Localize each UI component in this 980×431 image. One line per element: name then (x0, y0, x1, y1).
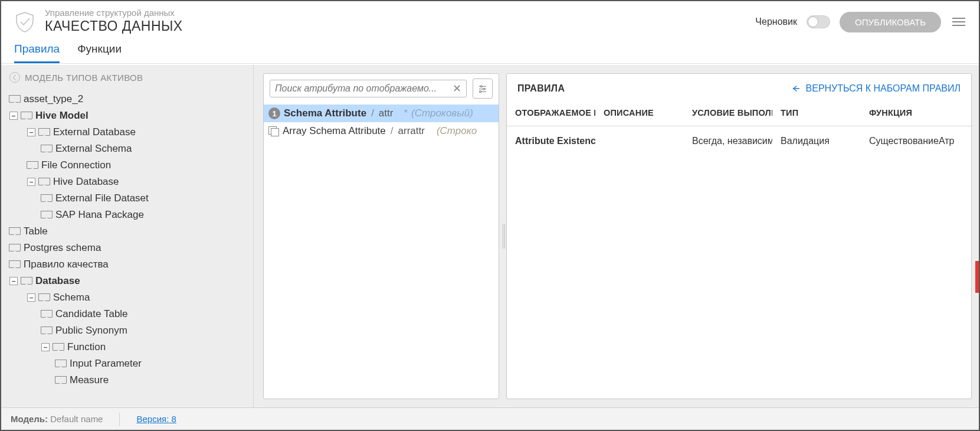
panel-splitter[interactable] (499, 73, 506, 399)
cell-display-name: Attribute Existence (507, 126, 595, 156)
tab-rules[interactable]: Правила (14, 43, 60, 63)
attribute-type: (Строковый) (411, 107, 473, 119)
book-icon (27, 161, 38, 169)
attribute-name: Schema Attribute (284, 107, 366, 119)
error-indicator[interactable] (975, 261, 979, 293)
tree-candidate-table[interactable]: Candidate Table (7, 306, 250, 322)
tree-function[interactable]: Function (7, 339, 250, 355)
tree-sap-hana-package[interactable]: SAP Hana Package (7, 207, 250, 223)
status-bar: Модель: Default name Версия: 8 (1, 407, 979, 430)
publish-button[interactable]: ОПУБЛИКОВАТЬ (840, 12, 941, 32)
main-area: МОДЕЛЬ ТИПОВ АКТИВОВ asset_type_2 Hive M… (1, 65, 979, 407)
book-icon (41, 194, 52, 203)
tree-measure[interactable]: Measure (7, 372, 250, 388)
book-icon (39, 293, 50, 302)
svg-point-3 (483, 88, 485, 90)
app-header: Управление структурой данных КАЧЕСТВО ДА… (1, 1, 979, 37)
attribute-item-array-schema[interactable]: Array Schema Attribute / arrattr (Строко (264, 122, 499, 140)
draft-toggle[interactable] (807, 15, 830, 28)
breadcrumb-subtitle: Управление структурой данных (45, 8, 183, 18)
attribute-code: arrattr (398, 125, 425, 137)
tree-public-synonym[interactable]: Public Synonym (7, 322, 250, 339)
rules-table: ОТОБРАЖАЕМОЕ ИМ ОПИСАНИЕ УСЛОВИЕ ВЫПОЛНЕ… (507, 102, 971, 156)
book-icon (9, 227, 20, 236)
col-type[interactable]: ТИП (772, 102, 861, 126)
collapse-icon[interactable] (27, 128, 35, 136)
attribute-list: 1 Schema Attribute / attr * (Строковый) … (264, 105, 499, 399)
model-label: Модель: (11, 414, 48, 424)
cell-description (595, 126, 684, 156)
cell-type: Валидация (772, 126, 861, 156)
collapse-icon[interactable] (41, 343, 50, 351)
rules-table-row[interactable]: Attribute Existence Всегда, независим Ва… (507, 126, 971, 156)
stack-icon (268, 126, 279, 136)
tree-external-file-dataset[interactable]: External File Dataset (7, 190, 250, 207)
tree-panel-header[interactable]: МОДЕЛЬ ТИПОВ АКТИВОВ (1, 65, 253, 90)
book-icon (41, 145, 52, 153)
book-icon (53, 343, 64, 351)
attribute-name: Array Schema Attribute (283, 125, 386, 137)
svg-point-1 (480, 86, 482, 87)
attribute-type: (Строко (437, 125, 477, 137)
collapse-icon[interactable] (9, 277, 18, 285)
col-function[interactable]: ФУНКЦИЯ (861, 102, 971, 126)
menu-icon[interactable] (950, 14, 967, 30)
draft-label: Черновик (755, 17, 797, 27)
right-area: ✕ 1 Schema Attribute / attr (254, 65, 979, 407)
attribute-search-box[interactable]: ✕ (270, 80, 467, 97)
tree-asset-type-2[interactable]: asset_type_2 (7, 91, 250, 107)
attribute-item-schema[interactable]: 1 Schema Attribute / attr * (Строковый) (264, 105, 499, 122)
tree-quality-rule[interactable]: Правило качества (7, 256, 250, 273)
collapse-icon[interactable] (27, 178, 35, 186)
attribute-panel: ✕ 1 Schema Attribute / attr (263, 73, 499, 399)
model-value: Default name (50, 414, 103, 424)
cell-function: СуществованиеАтр (861, 126, 971, 156)
tree-postgres-schema[interactable]: Postgres schema (7, 240, 250, 256)
book-icon (55, 360, 66, 368)
asset-type-tree-panel: МОДЕЛЬ ТИПОВ АКТИВОВ asset_type_2 Hive M… (1, 65, 254, 407)
tree-input-parameter[interactable]: Input Parameter (7, 355, 250, 372)
attribute-search-input[interactable] (275, 83, 453, 94)
required-star: * (404, 107, 408, 119)
tree-panel-heading: МОДЕЛЬ ТИПОВ АКТИВОВ (25, 73, 143, 83)
back-circle-icon[interactable] (9, 72, 20, 83)
tree-hive-model[interactable]: Hive Model (7, 107, 250, 124)
col-display-name[interactable]: ОТОБРАЖАЕМОЕ ИМ (507, 102, 595, 126)
book-icon (9, 260, 20, 269)
tree-schema[interactable]: Schema (7, 289, 250, 306)
back-to-rulesets-link[interactable]: ВЕРНУТЬСЯ К НАБОРАМ ПРАВИЛ (791, 83, 961, 94)
rules-table-header: ОТОБРАЖАЕМОЕ ИМ ОПИСАНИЕ УСЛОВИЕ ВЫПОЛНЕ… (507, 102, 971, 126)
shield-icon (13, 10, 37, 34)
clear-icon[interactable]: ✕ (453, 83, 461, 94)
book-icon (41, 310, 52, 318)
tab-bar: Правила Функции (1, 37, 979, 64)
rules-title: ПРАВИЛА (517, 83, 565, 94)
book-icon (41, 211, 52, 219)
filter-button[interactable] (473, 79, 493, 99)
attribute-code: attr (379, 107, 394, 119)
book-icon (39, 128, 50, 136)
version-link[interactable]: Версия: 8 (136, 414, 176, 424)
tree-hive-database[interactable]: Hive Database (7, 174, 250, 190)
tree-database[interactable]: Database (7, 273, 250, 289)
book-icon (21, 112, 32, 120)
book-icon (9, 244, 20, 252)
tree-external-database[interactable]: External Database (7, 124, 250, 141)
col-condition[interactable]: УСЛОВИЕ ВЫПОЛНЕ (684, 102, 772, 126)
svg-point-5 (480, 91, 481, 93)
tree-file-connection[interactable]: File Connection (7, 157, 250, 174)
col-description[interactable]: ОПИСАНИЕ (595, 102, 684, 126)
collapse-icon[interactable] (27, 293, 35, 302)
book-icon (55, 376, 66, 384)
book-icon (9, 95, 20, 103)
tree-external-schema[interactable]: External Schema (7, 141, 250, 157)
cell-condition: Всегда, независим (684, 126, 772, 156)
asset-tree[interactable]: asset_type_2 Hive Model External Databas… (1, 90, 253, 407)
tab-functions[interactable]: Функции (77, 43, 122, 63)
page-title: КАЧЕСТВО ДАННЫХ (45, 18, 183, 35)
book-icon (39, 178, 50, 186)
book-icon (41, 326, 52, 335)
collapse-icon[interactable] (9, 112, 18, 120)
count-badge: 1 (268, 107, 280, 119)
tree-table[interactable]: Table (7, 223, 250, 240)
